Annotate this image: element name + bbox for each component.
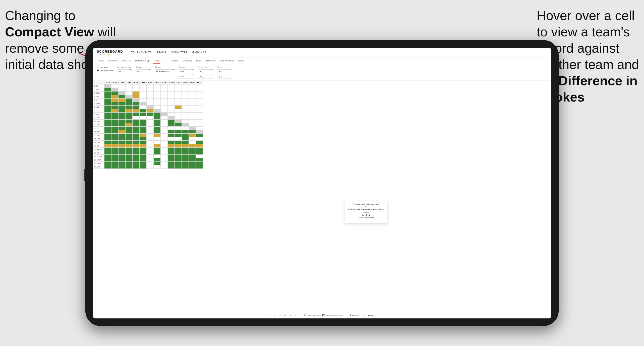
matrix-cell[interactable] xyxy=(126,137,133,141)
matrix-cell[interactable] xyxy=(182,95,189,99)
matrix-cell[interactable] xyxy=(189,109,196,113)
matrix-cell[interactable] xyxy=(133,88,140,92)
matrix-cell[interactable] xyxy=(154,99,161,102)
matrix-cell[interactable] xyxy=(140,165,147,169)
matrix-cell[interactable] xyxy=(175,120,182,123)
matrix-cell[interactable] xyxy=(196,123,203,127)
matrix-cell[interactable] xyxy=(196,162,203,165)
matrix-cell[interactable] xyxy=(189,113,196,116)
matrix-cell[interactable] xyxy=(104,162,111,165)
matrix-cell[interactable] xyxy=(161,130,168,134)
matrix-cell[interactable] xyxy=(119,123,126,127)
matrix-cell[interactable] xyxy=(182,109,189,113)
matrix-cell[interactable] xyxy=(189,155,196,158)
matrix-cell[interactable] xyxy=(126,106,133,109)
filter-conference2-select[interactable]: (All) xyxy=(198,75,213,78)
matrix-cell[interactable] xyxy=(126,92,133,95)
matrix-cell[interactable] xyxy=(175,144,182,148)
filter-conference-select[interactable]: (All) xyxy=(198,69,213,73)
matrix-cell[interactable] xyxy=(140,151,147,155)
matrix-cell[interactable] xyxy=(175,116,182,120)
matrix-cell[interactable] xyxy=(111,120,119,123)
filter-region-select[interactable]: N/A xyxy=(179,69,194,73)
matrix-cell[interactable] xyxy=(175,130,182,134)
matrix-cell[interactable] xyxy=(182,130,189,134)
matrix-cell[interactable] xyxy=(168,95,175,99)
matrix-cell[interactable] xyxy=(189,127,196,130)
matrix-cell[interactable] xyxy=(140,134,147,137)
matrix-cell[interactable] xyxy=(196,109,203,113)
matrix-cell[interactable] xyxy=(111,102,119,106)
matrix-cell[interactable] xyxy=(189,84,196,88)
matrix-cell[interactable] xyxy=(168,123,175,127)
matrix-cell[interactable] xyxy=(196,165,203,169)
nav-rankings[interactable]: RANKINGS xyxy=(192,51,206,54)
matrix-cell[interactable] xyxy=(196,130,203,134)
matrix-cell[interactable] xyxy=(140,84,147,88)
matrix-cell[interactable] xyxy=(154,130,161,134)
tab-players-h2h-heatmap[interactable]: H2H Heatmap xyxy=(219,58,234,64)
matrix-cell[interactable] xyxy=(133,130,140,134)
matrix-cell[interactable] xyxy=(189,88,196,92)
matrix-cell[interactable] xyxy=(111,148,119,151)
matrix-cell[interactable] xyxy=(119,106,126,109)
matrix-cell[interactable] xyxy=(111,162,119,165)
matrix-cell[interactable] xyxy=(133,148,140,151)
matrix-cell[interactable] xyxy=(140,158,147,162)
matrix-cell[interactable] xyxy=(104,95,111,99)
matrix-cell[interactable] xyxy=(133,127,140,130)
matrix-cell[interactable] xyxy=(140,123,147,127)
matrix-cell[interactable] xyxy=(104,102,111,106)
matrix-cell[interactable] xyxy=(111,113,119,116)
matrix-cell[interactable] xyxy=(126,165,133,169)
matrix-cell[interactable] xyxy=(119,165,126,169)
matrix-cell[interactable] xyxy=(161,99,168,102)
matrix-cell[interactable] xyxy=(147,165,154,169)
toolbar-zoom-fit[interactable]: ⊕ xyxy=(279,314,281,316)
matrix-cell[interactable] xyxy=(104,137,111,141)
matrix-cell[interactable] xyxy=(196,137,203,141)
matrix-cell[interactable] xyxy=(133,99,140,102)
matrix-cell[interactable] xyxy=(119,130,126,134)
matrix-cell[interactable] xyxy=(161,106,168,109)
matrix-cell[interactable] xyxy=(189,141,196,144)
nav-committee[interactable]: COMMITTEE xyxy=(171,51,187,54)
filter-team-select[interactable]: (All) xyxy=(217,69,232,73)
matrix-cell[interactable] xyxy=(196,116,203,120)
matrix-cell[interactable] xyxy=(196,151,203,155)
matrix-cell[interactable] xyxy=(161,84,168,88)
matrix-cell[interactable] xyxy=(119,113,126,116)
matrix-cell[interactable] xyxy=(182,127,189,130)
matrix-cell[interactable] xyxy=(119,148,126,151)
matrix-cell[interactable] xyxy=(196,92,203,95)
matrix-cell[interactable] xyxy=(196,84,203,88)
matrix-cell[interactable] xyxy=(126,155,133,158)
matrix-cell[interactable] xyxy=(111,158,119,162)
matrix-cell[interactable] xyxy=(147,116,154,120)
matrix-cell[interactable] xyxy=(126,113,133,116)
matrix-cell[interactable] xyxy=(126,84,133,88)
matrix-cell[interactable] xyxy=(182,148,189,151)
matrix-cell[interactable] xyxy=(182,137,189,141)
matrix-cell[interactable] xyxy=(182,113,189,116)
matrix-cell[interactable] xyxy=(189,148,196,151)
matrix-cell[interactable] xyxy=(104,113,111,116)
toolbar-save-custom[interactable]: 💾 Save Custom View xyxy=(322,314,342,316)
matrix-cell[interactable] xyxy=(168,130,175,134)
matrix-cell[interactable] xyxy=(126,158,133,162)
matrix-cell[interactable] xyxy=(196,120,203,123)
tab-detail[interactable]: Detail xyxy=(196,58,203,64)
matrix-cell[interactable] xyxy=(189,158,196,162)
matrix-cell[interactable] xyxy=(196,134,203,137)
toolbar-grid[interactable]: ⊞ xyxy=(363,314,365,316)
matrix-cell[interactable] xyxy=(140,116,147,120)
matrix-cell[interactable] xyxy=(111,109,119,113)
matrix-cell[interactable] xyxy=(133,120,140,123)
matrix-cell[interactable] xyxy=(196,88,203,92)
matrix-cell[interactable] xyxy=(196,95,203,99)
matrix-cell[interactable] xyxy=(111,116,119,120)
matrix-cell[interactable] xyxy=(175,155,182,158)
matrix-cell[interactable] xyxy=(161,92,168,95)
matrix-cell[interactable] xyxy=(147,109,154,113)
matrix-cell[interactable] xyxy=(147,141,154,144)
